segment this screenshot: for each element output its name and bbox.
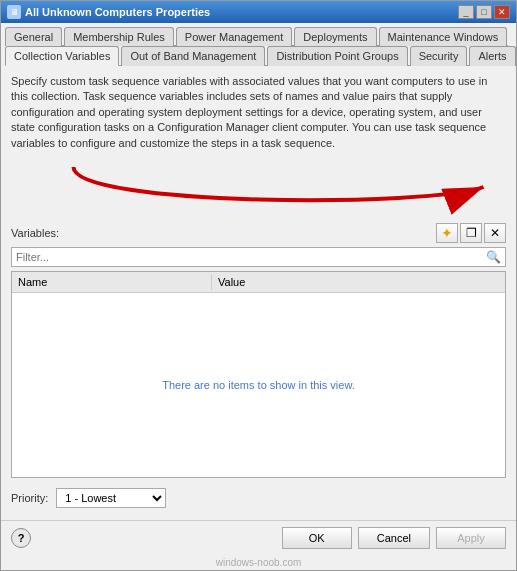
- variables-table: Name Value There are no items to show in…: [11, 271, 506, 478]
- tab-row-1: General Membership Rules Power Managemen…: [5, 27, 512, 46]
- priority-select[interactable]: 1 - Lowest 2 - Low 3 - Medium 4 - High 5…: [56, 488, 166, 508]
- watermark: windows-noob.com: [1, 555, 516, 570]
- tab-alerts[interactable]: Alerts: [469, 46, 515, 66]
- col-value-header: Value: [212, 274, 505, 290]
- tab-general[interactable]: General: [5, 27, 62, 46]
- delete-icon: ✕: [490, 226, 500, 240]
- copy-variable-button[interactable]: ❐: [460, 223, 482, 243]
- copy-icon: ❐: [466, 226, 477, 240]
- cancel-button[interactable]: Cancel: [358, 527, 430, 549]
- tab-security[interactable]: Security: [410, 46, 468, 66]
- table-header: Name Value: [12, 272, 505, 293]
- help-icon: ?: [18, 532, 25, 544]
- tab-collection-variables[interactable]: Collection Variables: [5, 46, 119, 66]
- help-button[interactable]: ?: [11, 528, 31, 548]
- window-title: All Unknown Computers Properties: [25, 6, 210, 18]
- priority-label: Priority:: [11, 492, 48, 504]
- variables-header: Variables: ✦ ❐ ✕: [11, 223, 506, 243]
- col-name-header: Name: [12, 274, 212, 290]
- tab-deployments[interactable]: Deployments: [294, 27, 376, 46]
- maximize-button[interactable]: □: [476, 5, 492, 19]
- bottom-bar: ? OK Cancel Apply: [1, 520, 516, 555]
- window-icon: 🖥: [7, 5, 21, 19]
- description-text: Specify custom task sequence variables w…: [11, 74, 506, 151]
- variables-label: Variables:: [11, 227, 59, 239]
- add-variable-button[interactable]: ✦: [436, 223, 458, 243]
- filter-row: 🔍: [11, 247, 506, 267]
- arrow-area: [11, 157, 506, 217]
- bottom-left: ?: [11, 528, 31, 548]
- tab-row-2: Collection Variables Out of Band Managem…: [5, 46, 512, 66]
- title-bar: 🖥 All Unknown Computers Properties _ □ ✕: [1, 1, 516, 23]
- empty-message: There are no items to show in this view.: [162, 379, 355, 391]
- priority-row: Priority: 1 - Lowest 2 - Low 3 - Medium …: [11, 484, 506, 512]
- minimize-button[interactable]: _: [458, 5, 474, 19]
- variables-section: Variables: ✦ ❐ ✕ 🔍: [11, 223, 506, 478]
- variables-buttons: ✦ ❐ ✕: [436, 223, 506, 243]
- apply-button[interactable]: Apply: [436, 527, 506, 549]
- properties-window: 🖥 All Unknown Computers Properties _ □ ✕…: [0, 0, 517, 571]
- ok-button[interactable]: OK: [282, 527, 352, 549]
- watermark-text: windows-noob.com: [216, 557, 302, 568]
- tab-membership-rules[interactable]: Membership Rules: [64, 27, 174, 46]
- delete-variable-button[interactable]: ✕: [484, 223, 506, 243]
- bottom-buttons: OK Cancel Apply: [282, 527, 506, 549]
- main-content: Specify custom task sequence variables w…: [1, 66, 516, 520]
- filter-input[interactable]: [16, 251, 482, 263]
- tab-distribution-point[interactable]: Distribution Point Groups: [267, 46, 407, 66]
- tab-maintenance-windows[interactable]: Maintenance Windows: [379, 27, 508, 46]
- close-button[interactable]: ✕: [494, 5, 510, 19]
- tab-out-of-band[interactable]: Out of Band Management: [121, 46, 265, 66]
- title-controls: _ □ ✕: [458, 5, 510, 19]
- star-icon: ✦: [441, 225, 453, 241]
- table-body: There are no items to show in this view.: [12, 293, 505, 477]
- tabs-container: General Membership Rules Power Managemen…: [1, 23, 516, 66]
- search-icon: 🔍: [486, 250, 501, 264]
- tab-power-management[interactable]: Power Management: [176, 27, 292, 46]
